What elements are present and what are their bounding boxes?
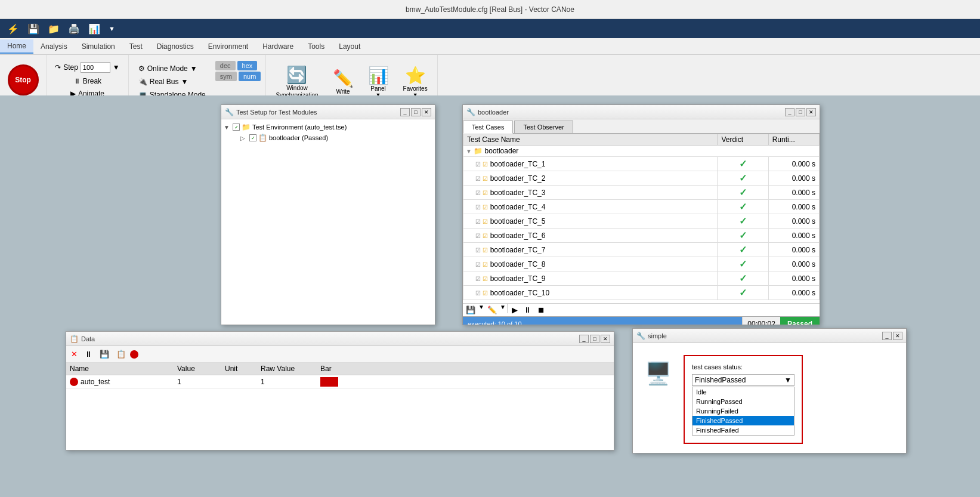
table-row[interactable]: ☑ ☑ bootloader_TC_6 ✓ 0.000 s	[463, 229, 820, 243]
num-btns: dec hex sym num	[215, 61, 261, 81]
table-row[interactable]: ☑ ☑ bootloader_TC_1 ✓ 0.000 s	[463, 157, 820, 171]
data-delete-btn[interactable]: ✕	[68, 348, 81, 360]
tab-test-cases[interactable]: Test Cases	[463, 121, 513, 134]
data-minimize[interactable]: _	[579, 335, 589, 343]
bootloader-title: bootloader	[478, 109, 783, 116]
write-icon: ✏️	[333, 69, 354, 88]
menu-item-hardware[interactable]: Hardware	[255, 40, 301, 53]
data-close[interactable]: ✕	[601, 335, 610, 343]
menu-item-environment[interactable]: Environment	[201, 40, 255, 53]
simple-body: 🖥️ test cases status: FinishedPassed ▼ I…	[633, 343, 906, 453]
status-time: 00:00:02	[742, 317, 780, 325]
table-row[interactable]: ☑ ☑ bootloader_TC_3 ✓ 0.000 s	[463, 186, 820, 200]
data-pause-btn[interactable]: ⏸	[82, 348, 95, 360]
table-row[interactable]: ☑ ☑ bootloader_TC_9 ✓ 0.000 s	[463, 271, 820, 286]
real-bus-dropdown[interactable]: ▼	[181, 78, 188, 86]
bootloader-root-row[interactable]: ▼ 📁 bootloader	[463, 146, 820, 157]
menu-item-diagnostics[interactable]: Diagnostics	[150, 40, 201, 53]
data-maximize[interactable]: □	[590, 335, 599, 343]
data-copy-btn[interactable]: 📋	[113, 348, 129, 360]
table-row[interactable]: ☑ ☑ bootloader_TC_4 ✓ 0.000 s	[463, 200, 820, 214]
dropdown-option-finished-passed[interactable]: FinishedPassed	[693, 416, 794, 425]
print-icon[interactable]: 🖨️	[66, 22, 82, 36]
dropdown-option-idle[interactable]: Idle	[693, 387, 794, 397]
tool-edit-btn[interactable]: ✏️	[484, 304, 500, 316]
data-row-value: 1	[177, 378, 225, 386]
test-setup-maximize[interactable]: □	[411, 108, 421, 116]
table-row[interactable]: ☑ ☑ bootloader_TC_8 ✓ 0.000 s	[463, 257, 820, 271]
tree-child[interactable]: ▷ ✓ 📋 bootloader (Passed)	[224, 132, 432, 143]
main-content: 🔧 Test Setup for Test Modules _ □ ✕ ▼ ✓ …	[0, 95, 980, 497]
title-bar: bmw_AutoTestModule.cfg [Real Bus] - Vect…	[0, 0, 980, 19]
col-runtime[interactable]: Runti...	[768, 134, 819, 146]
tree-child-label: bootloader (Passed)	[269, 134, 328, 141]
dropdown-option-running-passed[interactable]: RunningPassed	[693, 397, 794, 406]
tab-test-observer[interactable]: Test Observer	[514, 121, 573, 133]
bootloader-maximize[interactable]: □	[796, 108, 805, 116]
data-row-0[interactable]: auto_test 1 1	[66, 375, 614, 389]
data-col-value: Value	[177, 365, 225, 373]
break-button[interactable]: ⏸ Break	[70, 76, 105, 87]
num-button[interactable]: num	[239, 72, 261, 81]
simple-close[interactable]: ✕	[893, 332, 902, 340]
data-content: ✕ ⏸ 💾 📋 Name Value Unit Raw Value Bar au…	[66, 346, 614, 450]
chart-icon[interactable]: 📊	[86, 22, 103, 36]
menu-item-home[interactable]: Home	[0, 39, 33, 54]
data-col-raw: Raw Value	[261, 365, 320, 373]
table-row[interactable]: ☑ ☑ bootloader_TC_2 ✓ 0.000 s	[463, 171, 820, 186]
step-input[interactable]	[81, 62, 110, 73]
menu-item-simulation[interactable]: Simulation	[75, 40, 122, 53]
sym-button[interactable]: sym	[215, 72, 237, 81]
status-verdict: Passed	[780, 317, 820, 325]
tool-stop-btn[interactable]: ⏹	[534, 304, 548, 316]
test-setup-window: 🔧 Test Setup for Test Modules _ □ ✕ ▼ ✓ …	[221, 104, 435, 325]
save-icon[interactable]: 💾	[25, 22, 42, 36]
menu-item-tools[interactable]: Tools	[301, 40, 332, 53]
tree-root-label: Test Environment (auto_test.tse)	[252, 124, 347, 131]
data-col-unit: Unit	[225, 365, 261, 373]
tool-run-btn[interactable]: ▶	[509, 304, 521, 316]
dec-button[interactable]: dec	[215, 61, 236, 70]
simple-minimize[interactable]: _	[882, 332, 892, 340]
hex-button[interactable]: hex	[237, 61, 258, 70]
stop-button[interactable]: Stop	[8, 64, 39, 95]
tree-root[interactable]: ▼ ✓ 📁 Test Environment (auto_test.tse)	[224, 122, 432, 132]
new-icon[interactable]: ⚡	[5, 22, 21, 36]
tree-folder-icon: 📁	[242, 123, 251, 131]
real-bus-item[interactable]: 🔌 Real Bus ▼	[136, 76, 208, 87]
col-verdict[interactable]: Verdict	[718, 134, 768, 146]
step-dropdown-icon[interactable]: ▼	[113, 63, 120, 72]
online-mode-icon: ⚙	[138, 64, 145, 73]
dropdown-selected[interactable]: FinishedPassed ▼	[692, 374, 794, 386]
tree-child-checkbox[interactable]: ✓	[249, 134, 256, 141]
step-button[interactable]: ↷ Step ▼	[51, 61, 123, 74]
table-row[interactable]: ☑ ☑ bootloader_TC_5 ✓ 0.000 s	[463, 214, 820, 229]
menu-item-test[interactable]: Test	[122, 40, 150, 53]
data-col-bar: Bar	[320, 365, 610, 373]
tool-save-btn[interactable]: 💾	[463, 304, 478, 316]
bootloader-close[interactable]: ✕	[806, 108, 816, 116]
dropdown-icon[interactable]: ▼	[106, 24, 118, 33]
panel-label: Panel	[370, 85, 386, 92]
favorites-icon: ⭐	[405, 66, 426, 85]
dropdown-option-running-failed[interactable]: RunningFailed	[693, 406, 794, 416]
bootloader-minimize[interactable]: _	[785, 108, 794, 116]
dropdown-chevron-icon: ▼	[784, 376, 792, 384]
tool-pause-btn[interactable]: ⏸	[521, 304, 534, 316]
dropdown-option-finished-failed[interactable]: FinishedFailed	[693, 425, 794, 435]
open-icon[interactable]: 📁	[45, 22, 62, 36]
table-row[interactable]: ☑ ☑ bootloader_TC_7 ✓ 0.000 s	[463, 243, 820, 257]
menu-item-analysis[interactable]: Analysis	[33, 40, 75, 53]
bootloader-table: Test Case Name Verdict Runti... ▼ 📁 boot…	[463, 134, 820, 300]
tree-root-checkbox[interactable]: ✓	[233, 124, 240, 131]
online-mode-dropdown[interactable]: ▼	[190, 64, 197, 73]
bootloader-window: 🔧 bootloader _ □ ✕ Test Cases Test Obser…	[462, 104, 820, 325]
data-save-btn[interactable]: 💾	[97, 348, 112, 360]
test-setup-minimize[interactable]: _	[400, 108, 410, 116]
test-setup-controls: _ □ ✕	[400, 108, 431, 116]
col-test-case-name[interactable]: Test Case Name	[463, 134, 718, 146]
table-row[interactable]: ☑ ☑ bootloader_TC_10 ✓ 0.000 s	[463, 286, 820, 300]
menu-item-layout[interactable]: Layout	[332, 40, 367, 53]
online-mode-item[interactable]: ⚙ Online Mode ▼	[136, 63, 208, 74]
test-setup-close[interactable]: ✕	[422, 108, 431, 116]
